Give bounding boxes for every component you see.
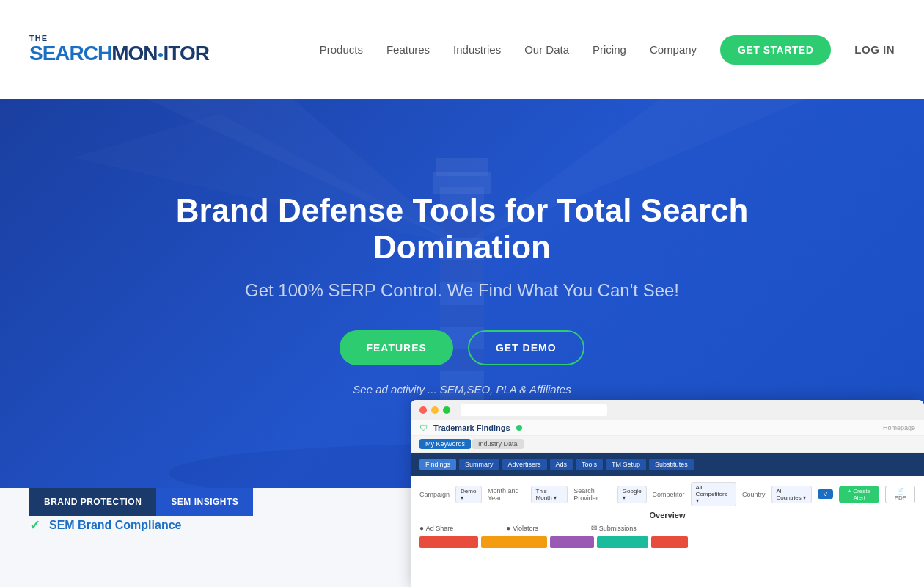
create-alert-button[interactable]: + Create Alert	[839, 486, 879, 503]
get-started-button[interactable]: GET STARTED	[720, 35, 831, 65]
dnav-summary[interactable]: Summary	[459, 459, 499, 470]
main-nav: Products Features Industries Our Data Pr…	[320, 35, 895, 65]
dnav-ads[interactable]: Ads	[550, 459, 573, 470]
metric-submissions: ✉ Submissions	[591, 524, 637, 532]
trademark-title: Trademark Findings	[433, 423, 510, 432]
logo-main: SEARCH MONITOR	[29, 43, 209, 65]
country-label: Country	[742, 491, 766, 498]
metric-violators: ● Violators	[506, 524, 538, 532]
login-button[interactable]: LOG IN	[854, 43, 895, 56]
month-label: Month and Year	[488, 487, 524, 502]
provider-label: Search Provider	[573, 487, 612, 502]
bar-teal	[597, 536, 648, 548]
campaign-label: Campaign	[419, 491, 450, 498]
tab-sem-insights[interactable]: SEM INSIGHTS	[156, 488, 253, 516]
dnav-tools[interactable]: Tools	[576, 459, 603, 470]
dashboard-nav: Findings Summary Advertisers Ads Tools T…	[411, 453, 924, 476]
submissions-label: Submissions	[599, 525, 637, 532]
dnav-substitutes[interactable]: Substitutes	[649, 459, 694, 470]
nav-features[interactable]: Features	[386, 43, 430, 56]
window-minimize-dot	[431, 406, 439, 414]
window-close-dot	[419, 406, 427, 414]
metric-ad-share: ● Ad Share	[419, 524, 453, 532]
tab-my-keywords[interactable]: My Keywords	[419, 439, 471, 449]
dashboard-preview: 🛡 Trademark Findings Homepage My Keyword…	[411, 400, 924, 587]
metrics-row: ● Ad Share ● Violators ✉ Submissions	[419, 524, 915, 532]
demo-button[interactable]: GET DEMO	[468, 330, 584, 365]
hero-buttons: FEATURES GET DEMO	[169, 330, 755, 365]
nav-industries[interactable]: Industries	[453, 43, 501, 56]
filter-v-button[interactable]: V	[818, 489, 833, 499]
header: THE SEARCH MONITOR Products Features Ind…	[0, 0, 924, 99]
feature-label: SEM Brand Compliance	[49, 519, 181, 532]
provider-select[interactable]: Google ▾	[617, 486, 647, 503]
tab-industry-data[interactable]: Industry Data	[472, 439, 524, 449]
homepage-label: Homepage	[883, 424, 915, 431]
ad-share-label: Ad Share	[426, 525, 454, 532]
keyword-tabs: My Keywords Industry Data	[411, 436, 924, 453]
svg-rect-9	[436, 158, 488, 176]
bar-orange	[481, 536, 547, 548]
bottom-section: BRAND PROTECTION SEM INSIGHTS ✓ SEM Bran…	[0, 488, 924, 587]
logo-search: SEARCH	[29, 43, 111, 65]
nav-our-data[interactable]: Our Data	[524, 43, 569, 56]
pdf-button[interactable]: 📄 PDF	[885, 486, 915, 503]
features-button[interactable]: FEATURES	[340, 330, 452, 365]
hero-subtitle: Get 100% SERP Control. We Find What You …	[169, 280, 755, 301]
shield-icon: 🛡	[419, 423, 428, 432]
nav-pricing[interactable]: Pricing	[593, 43, 626, 56]
product-tabs: BRAND PROTECTION SEM INSIGHTS	[29, 488, 253, 516]
nav-products[interactable]: Products	[320, 43, 363, 56]
dnav-findings[interactable]: Findings	[419, 459, 456, 470]
hero-tagline: See ad activity ... SEM,SEO, PLA & Affil…	[169, 383, 755, 395]
url-bar	[461, 404, 607, 416]
color-bars	[419, 536, 915, 548]
hero-title: Brand Defense Tools for Total Search Dom…	[169, 192, 755, 266]
nav-company[interactable]: Company	[650, 43, 697, 56]
competitor-select[interactable]: All Competitors ▾	[691, 482, 736, 506]
campaign-select[interactable]: Demo ▾	[455, 486, 482, 503]
warning-icon: ●	[506, 524, 513, 532]
window-maximize-dot	[443, 406, 450, 414]
filter-row: Campaign Demo ▾ Month and Year This Mont…	[419, 482, 915, 506]
envelope-icon: ●	[419, 524, 426, 532]
logo[interactable]: THE SEARCH MONITOR	[29, 34, 209, 65]
dashboard-body: Campaign Demo ▾ Month and Year This Mont…	[411, 476, 924, 554]
status-badge	[516, 425, 522, 431]
month-select[interactable]: This Month ▾	[531, 486, 568, 503]
logo-monitor: MONITOR	[111, 43, 209, 65]
competitor-label: Competitor	[653, 491, 685, 498]
hero-content: Brand Defense Tools for Total Search Dom…	[169, 192, 755, 395]
tab-brand-protection[interactable]: BRAND PROTECTION	[29, 488, 156, 516]
violators-label: Violators	[513, 525, 538, 532]
bar-red2	[651, 536, 688, 548]
overview-title: Overview	[419, 511, 915, 519]
dnav-advertisers[interactable]: Advertisers	[502, 459, 547, 470]
browser-topbar	[411, 400, 924, 420]
feature-item: ✓ SEM Brand Compliance	[29, 517, 181, 533]
trademark-header: 🛡 Trademark Findings Homepage	[411, 420, 924, 436]
dnav-tm-setup[interactable]: TM Setup	[606, 459, 646, 470]
check-icon: ✓	[29, 517, 40, 533]
bar-purple	[550, 536, 594, 548]
bar-red	[419, 536, 478, 548]
mail-icon: ✉	[591, 524, 599, 532]
country-select[interactable]: All Countries ▾	[771, 486, 812, 503]
